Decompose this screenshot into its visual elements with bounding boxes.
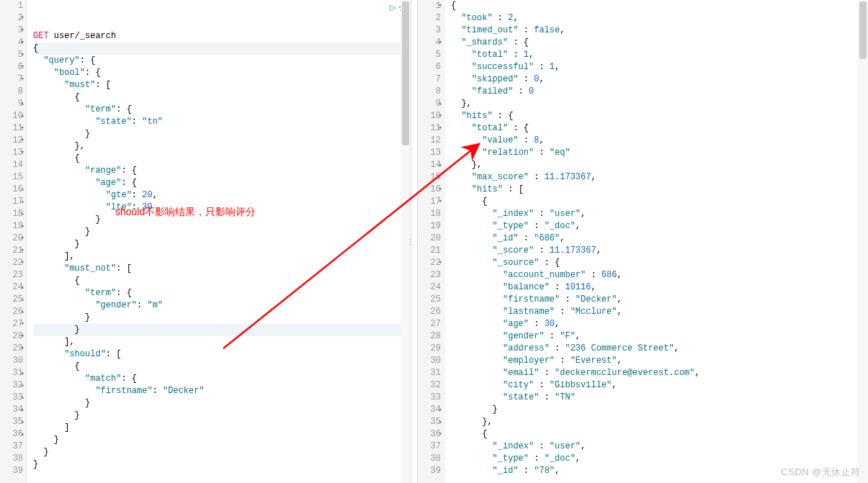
fold-icon[interactable]: ▾ xyxy=(439,37,442,49)
code-line[interactable]: "_index" : "user", xyxy=(451,208,868,220)
fold-icon[interactable]: ▴ xyxy=(439,98,442,110)
code-line[interactable]: { xyxy=(451,428,868,441)
fold-icon[interactable]: ▾ xyxy=(21,330,24,343)
code-line[interactable]: "timed_out" : false, xyxy=(451,24,868,37)
code-line[interactable]: "firstname": "Decker" xyxy=(33,385,411,397)
fold-icon[interactable]: ▴ xyxy=(21,294,24,306)
fold-icon[interactable]: ▴ xyxy=(21,110,24,122)
fold-icon[interactable]: ▴ xyxy=(21,392,24,404)
code-line[interactable]: "gender": "m" xyxy=(33,299,411,312)
code-line[interactable]: }, xyxy=(451,159,868,171)
code-line[interactable]: "bool": { xyxy=(33,67,411,79)
code-line[interactable]: "state": "tn" xyxy=(33,116,411,128)
left-code[interactable]: ▷ ⚒ GET user/_search{ "query": { "bool":… xyxy=(27,0,411,483)
code-line[interactable]: "_index" : "user", xyxy=(451,441,868,453)
fold-icon[interactable]: ▴ xyxy=(21,306,24,318)
code-line[interactable]: "skipped" : 0, xyxy=(451,73,868,86)
fold-icon[interactable]: ▾ xyxy=(439,184,442,196)
code-line[interactable]: "hits" : [ xyxy=(451,184,868,196)
fold-icon[interactable]: ▴ xyxy=(21,404,24,416)
code-line[interactable]: "value" : 8, xyxy=(451,135,868,147)
code-line[interactable]: ], xyxy=(33,336,411,348)
response-scrollbar[interactable] xyxy=(858,0,868,483)
fold-icon[interactable]: ▾ xyxy=(439,428,442,441)
code-line[interactable]: { xyxy=(33,275,411,287)
code-line[interactable] xyxy=(33,471,411,483)
code-line[interactable]: "state" : "TN" xyxy=(451,392,868,404)
code-line[interactable]: "_type" : "_doc", xyxy=(451,220,868,233)
code-line[interactable]: "city" : "Gibbsville", xyxy=(451,379,868,392)
code-line[interactable]: }, xyxy=(451,416,868,428)
pane-divider[interactable]: ⋮⋮ xyxy=(411,0,418,483)
code-line[interactable]: "hits" : { xyxy=(451,110,868,122)
fold-icon[interactable]: ▾ xyxy=(21,12,24,24)
code-line[interactable]: "_id" : "686", xyxy=(451,233,868,245)
code-line[interactable]: } xyxy=(33,226,411,238)
code-line[interactable]: { xyxy=(33,42,411,55)
code-line[interactable]: "term": { xyxy=(33,287,411,299)
fold-icon[interactable]: ▴ xyxy=(439,404,442,416)
code-line[interactable]: "match": { xyxy=(33,373,411,385)
code-line[interactable]: "must_not": [ xyxy=(33,263,411,275)
code-line[interactable]: ], xyxy=(33,250,411,263)
fold-icon[interactable]: ▾ xyxy=(21,135,24,147)
code-line[interactable]: "lastname" : "Mcclure", xyxy=(451,306,868,318)
scrollbar-thumb[interactable] xyxy=(402,1,409,145)
code-line[interactable]: { xyxy=(33,153,411,165)
code-line[interactable]: "range": { xyxy=(33,165,411,177)
code-line[interactable]: "relation" : "eq" xyxy=(451,147,868,159)
code-line[interactable]: "must": [ xyxy=(33,79,411,91)
fold-icon[interactable]: ▴ xyxy=(21,379,24,392)
code-line[interactable]: } xyxy=(33,434,411,446)
code-line[interactable]: { xyxy=(33,91,411,104)
code-line[interactable]: "should": [ xyxy=(33,348,411,361)
response-viewer[interactable]: 1▾234▾56789▴10▾11▾121314▴1516▾17▾1819202… xyxy=(418,0,868,483)
code-line[interactable]: "_source" : { xyxy=(451,257,868,269)
code-line[interactable]: }, xyxy=(451,98,868,110)
code-line[interactable]: "gender" : "F", xyxy=(451,330,868,343)
code-line[interactable]: } xyxy=(33,238,411,250)
code-line[interactable]: } xyxy=(33,324,411,336)
fold-icon[interactable]: ▾ xyxy=(439,257,442,269)
code-line[interactable]: "_type" : "_doc", xyxy=(451,453,868,465)
scrollbar-thumb[interactable] xyxy=(859,1,867,59)
code-line[interactable]: "max_score" : 11.173367, xyxy=(451,171,868,184)
fold-icon[interactable]: ▾ xyxy=(21,318,24,330)
fold-icon[interactable]: ▴ xyxy=(439,416,442,428)
code-line[interactable]: "email" : "deckermcclure@everest.com", xyxy=(451,367,868,379)
fold-icon[interactable]: ▾ xyxy=(21,233,24,245)
code-line[interactable]: "gte": 20, xyxy=(33,189,411,202)
code-line[interactable]: "failed" : 0 xyxy=(451,86,868,98)
code-line[interactable]: "total" : { xyxy=(451,122,868,135)
code-line[interactable]: ] xyxy=(33,422,411,434)
code-line[interactable]: } xyxy=(33,128,411,140)
fold-icon[interactable]: ▴ xyxy=(21,184,24,196)
fold-icon[interactable]: ▴ xyxy=(21,367,24,379)
fold-icon[interactable]: ▾ xyxy=(21,49,24,61)
play-icon[interactable]: ▷ xyxy=(390,1,395,14)
fold-icon[interactable]: ▾ xyxy=(439,110,442,122)
fold-icon[interactable]: ▴ xyxy=(21,416,24,428)
code-line[interactable]: } xyxy=(33,446,411,459)
fold-icon[interactable]: ▾ xyxy=(21,73,24,86)
code-line[interactable]: "age" : 30, xyxy=(451,318,868,330)
fold-icon[interactable]: ▴ xyxy=(439,159,442,171)
code-line[interactable]: "employer" : "Everest", xyxy=(451,355,868,367)
code-line[interactable]: { xyxy=(451,0,868,12)
code-line[interactable]: "successful" : 1, xyxy=(451,61,868,73)
fold-icon[interactable]: ▴ xyxy=(21,220,24,233)
code-line[interactable]: } xyxy=(33,312,411,324)
fold-icon[interactable]: ▴ xyxy=(21,281,24,294)
code-line[interactable]: "query": { xyxy=(33,55,411,67)
code-line[interactable]: "address" : "236 Commerce Street", xyxy=(451,343,868,355)
code-line[interactable]: "term": { xyxy=(33,104,411,116)
code-line[interactable]: "balance" : 10116, xyxy=(451,281,868,294)
fold-icon[interactable]: ▾ xyxy=(21,24,24,37)
fold-icon[interactable]: ▾ xyxy=(21,122,24,135)
code-line[interactable]: }, xyxy=(33,140,411,153)
fold-icon[interactable]: ▾ xyxy=(439,0,442,12)
code-line[interactable]: "total" : 1, xyxy=(451,49,868,61)
fold-icon[interactable]: ▾ xyxy=(21,37,24,49)
code-line[interactable]: "age": { xyxy=(33,177,411,189)
fold-icon[interactable]: ▾ xyxy=(21,257,24,269)
